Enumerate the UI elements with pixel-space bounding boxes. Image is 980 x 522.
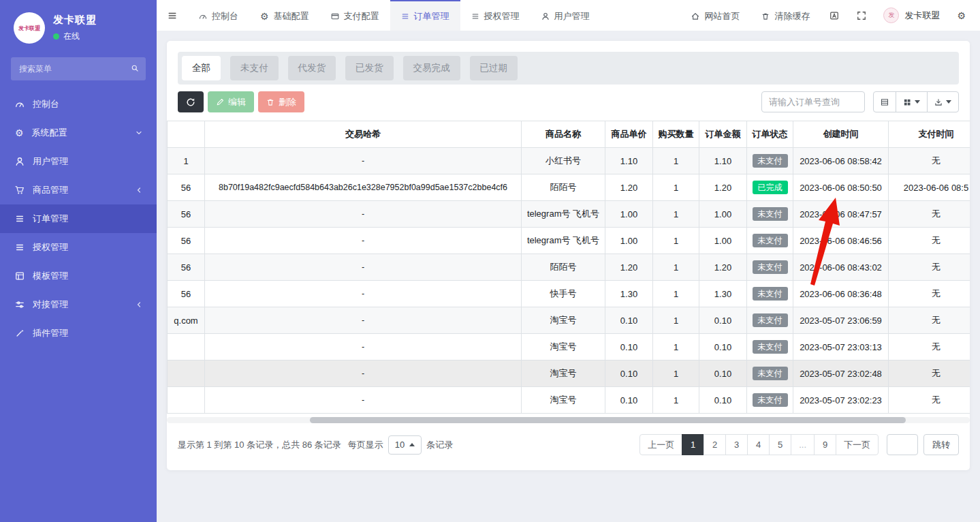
main-content: 全部 未支付 代发货 已发货 交易完成 已过期 编辑 删除 [157,31,980,522]
per-page-dropdown[interactable]: 10 [388,435,422,455]
table-row[interactable]: 56-telegram号 飞机号1.0011.00未支付2023-06-06 0… [168,228,970,254]
cell-qty: 1 [653,281,699,307]
tab-completed[interactable]: 交易完成 [403,56,460,80]
gear-icon: ⚙ [260,12,269,21]
language-icon [829,11,839,20]
nav-item-clear-cache[interactable]: 清除缓存 [750,0,821,31]
settings-button[interactable]: ⚙ [948,0,975,31]
page-button[interactable]: 3 [725,434,748,455]
tab-expired[interactable]: 已过期 [470,56,518,80]
list-view-button[interactable] [873,91,896,112]
table-row[interactable]: -淘宝号0.1010.10未支付2023-05-07 23:02:23无 [168,387,970,414]
tab-pending-delivery[interactable]: 代发货 [288,56,336,80]
prev-page-button[interactable]: 上一页 [639,434,682,455]
menu-toggle-button[interactable] [157,0,188,31]
page-button[interactable]: 4 [747,434,770,455]
online-status-label: 在线 [63,31,80,42]
jump-button[interactable]: 跳转 [923,434,959,455]
page-button[interactable]: ... [791,434,815,455]
sidebar-item-templates[interactable]: 模板管理 [0,262,157,290]
delete-button[interactable]: 删除 [258,91,304,112]
header-order-amount: 订单金额 [699,121,747,148]
header-member [168,121,205,148]
cell-paid: 无 [889,201,970,228]
edit-button[interactable]: 编辑 [208,91,254,112]
user-menu[interactable]: 发 发卡联盟 [875,0,948,31]
table-toolbar: 编辑 删除 [178,91,959,112]
sidebar-item-products[interactable]: 商品管理 [0,176,157,204]
cell-hash: - [205,228,522,254]
cell-product: 陌陌号 [522,254,605,281]
hamburger-icon [168,11,177,20]
fullscreen-button[interactable] [848,0,875,31]
chevron-down-icon [135,129,143,137]
sidebar-item-users[interactable]: 用户管理 [0,147,157,176]
cell-created: 2023-06-06 08:47:57 [793,201,889,228]
page-button[interactable]: 5 [769,434,791,455]
cell-qty: 1 [653,228,699,254]
nav-item-site-home[interactable]: 网站首页 [680,0,750,31]
cell-hash: - [205,387,522,414]
sidebar-item-integrations[interactable]: 对接管理 [0,290,157,319]
language-button[interactable] [821,0,848,31]
nav-item-label: 基础配置 [274,10,309,22]
sidebar-item-orders[interactable]: 订单管理 [0,204,157,233]
horizontal-scrollbar-thumb[interactable] [310,417,906,423]
cell-product: 快手号 [522,281,605,307]
cell-status: 已完成 [747,174,793,201]
cell-member: 56 [168,174,205,201]
tab-all[interactable]: 全部 [182,56,221,80]
cell-paid: 无 [889,281,970,307]
nav-item-label: 网站首页 [704,10,740,22]
cell-hash: - [205,201,522,228]
status-badge: 未支付 [753,340,788,354]
sidebar-item-label: 模板管理 [33,270,68,282]
sidebar-item-dashboard[interactable]: 控制台 [0,90,157,119]
table-row[interactable]: 56-陌陌号1.2011.20未支付2023-06-06 08:43:02无 [168,254,970,281]
refresh-button[interactable] [178,91,204,112]
header-tx-hash: 交易哈希 [205,121,522,148]
nav-item-orders[interactable]: 订单管理 [390,0,460,31]
status-badge: 未支付 [753,207,788,221]
nav-item-base-config[interactable]: ⚙ 基础配置 [249,0,320,31]
order-search-input[interactable] [761,91,865,112]
nav-item-auth[interactable]: 授权管理 [460,0,531,31]
cell-amount: 1.10 [699,148,747,174]
cell-price: 0.10 [605,334,653,360]
sidebar-item-auth[interactable]: 授权管理 [0,233,157,262]
table-row[interactable]: -淘宝号0.1010.10未支付2023-05-07 23:03:13无 [168,334,970,360]
page-button[interactable]: 9 [814,434,836,455]
next-page-button[interactable]: 下一页 [836,434,879,455]
cell-hash: - [205,148,522,174]
nav-item-payment-config[interactable]: 支付配置 [320,0,390,31]
order-table-body: 1-小红书号1.1011.10未支付2023-06-06 08:58:42无56… [168,148,970,414]
tab-delivered[interactable]: 已发货 [345,56,394,80]
cell-amount: 1.30 [699,281,747,307]
export-dropdown-button[interactable] [927,91,959,112]
online-dot-icon [53,33,59,40]
table-row[interactable]: 56-快手号1.3011.30未支付2023-06-06 08:36:48无 [168,281,970,307]
table-row[interactable]: 568b70f19a482fc9aecfd584b643ab26c1e328e7… [168,174,970,201]
table-row[interactable]: 56-telegram号 飞机号1.0011.00未支付2023-06-06 0… [168,201,970,228]
table-row[interactable]: 1-小红书号1.1011.10未支付2023-06-06 08:58:42无 [168,148,970,174]
sidebar-search-input[interactable] [11,57,146,80]
columns-dropdown-button[interactable] [896,91,928,112]
cell-hash: - [205,307,522,334]
nav-item-dashboard[interactable]: 控制台 [188,0,249,31]
table-row[interactable]: -淘宝号0.1010.10未支付2023-05-07 23:02:48无 [168,360,970,387]
cell-member: 56 [168,281,205,307]
cell-product: 淘宝号 [522,360,605,387]
page-button[interactable]: 1 [682,434,704,455]
tab-unpaid[interactable]: 未支付 [230,56,279,80]
jump-page-input[interactable] [887,434,918,455]
page-button[interactable]: 2 [704,434,726,455]
brand-logo-icon: 发卡联盟 [14,12,45,44]
table-row[interactable]: q.com-淘宝号0.1010.10未支付2023-05-07 23:06:59… [168,307,970,334]
cell-created: 2023-06-06 08:50:50 [793,174,889,201]
status-badge: 已完成 [753,181,788,194]
sidebar-item-plugins[interactable]: 插件管理 [0,319,157,348]
sidebar-item-system-config[interactable]: ⚙ 系统配置 [0,119,157,147]
sidebar: 发卡联盟 发卡联盟 在线 控制台 ⚙ 系统配置 用户管理 [0,0,157,522]
nav-item-label: 用户管理 [554,10,590,22]
nav-item-users[interactable]: 用户管理 [531,0,601,31]
